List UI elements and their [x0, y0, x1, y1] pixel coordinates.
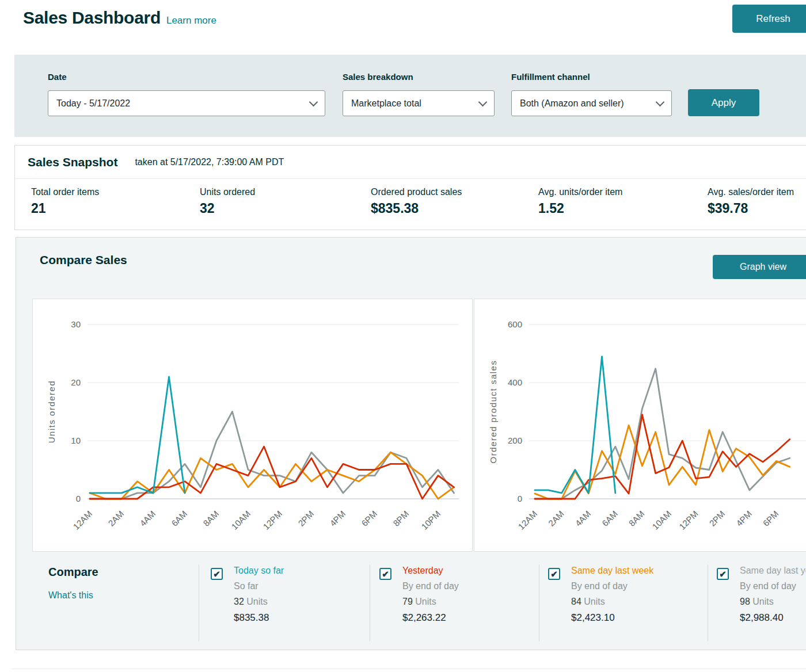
sales-snapshot-header: Sales Snapshot taken at 5/17/2022, 7:39:… — [15, 146, 806, 179]
svg-text:4AM: 4AM — [573, 509, 592, 528]
svg-text:10AM: 10AM — [650, 509, 673, 532]
svg-text:30: 30 — [71, 319, 81, 329]
sales-snapshot-title: Sales Snapshot — [28, 155, 117, 169]
compare-legend-head: Compare What's this — [48, 566, 98, 601]
legend-title-yesterday: Yesterday — [402, 566, 569, 576]
fulfillment-channel-select[interactable]: Both (Amazon and seller) — [511, 90, 672, 116]
fulfillment-channel-select-value: Both (Amazon and seller) — [520, 98, 624, 109]
svg-text:Ordered product sales: Ordered product sales — [488, 360, 498, 464]
svg-text:6PM: 6PM — [761, 509, 781, 528]
units-ordered-chart-card: 0102030Units ordered12AM2AM4AM6AM8AM10AM… — [32, 299, 473, 552]
date-select[interactable]: Today - 5/17/2022 — [48, 90, 325, 116]
svg-text:Units ordered: Units ordered — [47, 380, 56, 444]
stat-avg-units-per-order: Avg. units/order item 1.52 — [538, 187, 622, 216]
svg-text:6AM: 6AM — [600, 509, 619, 528]
svg-text:10PM: 10PM — [419, 509, 442, 532]
graph-view-button[interactable]: Graph view — [713, 255, 806, 279]
date-select-value: Today - 5/17/2022 — [56, 98, 130, 109]
stat-ordered-product-sales: Ordered product sales $835.38 — [371, 187, 462, 216]
check-icon: ✔ — [213, 570, 220, 578]
page-header: Sales Dashboard Learn more — [23, 8, 216, 28]
svg-text:8AM: 8AM — [201, 509, 220, 528]
legend-title-today: Today so far — [234, 566, 401, 576]
same-day-last-year-checkbox[interactable]: ✔ — [717, 568, 729, 580]
svg-text:6PM: 6PM — [359, 509, 379, 528]
whats-this-link[interactable]: What's this — [48, 590, 98, 601]
date-label: Date — [48, 72, 67, 82]
legend-item-yesterday: Yesterday By end of day 79 Units $2,263.… — [402, 566, 569, 624]
svg-text:400: 400 — [508, 377, 522, 387]
ordered-product-sales-chart: 0200400600Ordered product sales12AM2AM4A… — [474, 299, 806, 551]
svg-text:12AM: 12AM — [71, 509, 94, 532]
sales-snapshot-panel: Sales Snapshot taken at 5/17/2022, 7:39:… — [14, 145, 806, 230]
snapshot-timestamp: taken at 5/17/2022, 7:39:00 AM PDT — [135, 157, 284, 167]
legend-item-same-day-last-year: Same day last year By end of day 98 Unit… — [740, 566, 806, 624]
stat-total-order-items: Total order items 21 — [31, 187, 99, 216]
sales-breakdown-select[interactable]: Marketplace total — [343, 90, 495, 116]
compare-legend-title: Compare — [48, 566, 98, 579]
svg-text:12PM: 12PM — [261, 509, 284, 532]
svg-text:2PM: 2PM — [296, 509, 315, 528]
svg-text:2PM: 2PM — [707, 509, 727, 528]
svg-text:8AM: 8AM — [627, 509, 647, 528]
today-checkbox[interactable]: ✔ — [211, 568, 223, 580]
legend-item-today: Today so far So far 32 Units $835.38 — [234, 566, 401, 624]
compare-sales-panel: Compare Sales Graph view 0102030Units or… — [16, 237, 806, 650]
bottom-divider — [12, 669, 806, 669]
same-day-last-week-checkbox[interactable]: ✔ — [548, 568, 560, 580]
yesterday-checkbox[interactable]: ✔ — [379, 568, 391, 580]
check-icon: ✔ — [382, 570, 389, 578]
svg-text:4PM: 4PM — [328, 509, 347, 528]
legend-divider — [199, 564, 199, 642]
compare-sales-title: Compare Sales — [40, 253, 127, 267]
chevron-down-icon — [656, 98, 665, 107]
svg-text:0: 0 — [76, 494, 81, 503]
legend-item-same-day-last-week: Same day last week By end of day 84 Unit… — [571, 566, 738, 624]
chevron-down-icon — [309, 98, 318, 107]
svg-text:8PM: 8PM — [391, 509, 410, 528]
stat-avg-sales-per-order: Avg. sales/order item $39.78 — [708, 187, 794, 216]
sales-breakdown-select-value: Marketplace total — [351, 98, 421, 109]
sales-breakdown-label: Sales breakdown — [343, 72, 413, 82]
legend-title-same-day-last-week: Same day last week — [571, 566, 738, 576]
svg-text:4PM: 4PM — [734, 509, 754, 528]
check-icon: ✔ — [550, 570, 558, 578]
svg-text:0: 0 — [518, 494, 522, 503]
svg-text:4AM: 4AM — [138, 509, 157, 528]
svg-text:2AM: 2AM — [106, 509, 126, 528]
svg-text:12AM: 12AM — [516, 509, 539, 532]
ordered-product-sales-chart-card: 0200400600Ordered product sales12AM2AM4A… — [474, 299, 806, 552]
refresh-button[interactable]: Refresh — [732, 5, 806, 33]
stat-units-ordered: Units ordered 32 — [200, 187, 255, 216]
svg-text:600: 600 — [508, 319, 522, 329]
legend-title-same-day-last-year: Same day last year — [740, 566, 806, 576]
check-icon: ✔ — [719, 570, 727, 578]
svg-text:10: 10 — [71, 436, 81, 445]
svg-text:2AM: 2AM — [546, 509, 566, 528]
svg-text:10AM: 10AM — [229, 509, 252, 532]
page-title: Sales Dashboard — [23, 8, 161, 28]
filter-bar: Date Today - 5/17/2022 Sales breakdown M… — [14, 55, 806, 137]
svg-text:200: 200 — [508, 436, 522, 445]
svg-text:12PM: 12PM — [677, 509, 700, 532]
apply-button[interactable]: Apply — [688, 89, 759, 116]
fulfillment-channel-label: Fulfillment channel — [511, 72, 590, 82]
units-ordered-chart: 0102030Units ordered12AM2AM4AM6AM8AM10AM… — [33, 299, 472, 551]
chevron-down-icon — [478, 98, 488, 107]
learn-more-link[interactable]: Learn more — [166, 15, 216, 26]
svg-text:6AM: 6AM — [169, 509, 189, 528]
svg-text:20: 20 — [71, 377, 81, 387]
